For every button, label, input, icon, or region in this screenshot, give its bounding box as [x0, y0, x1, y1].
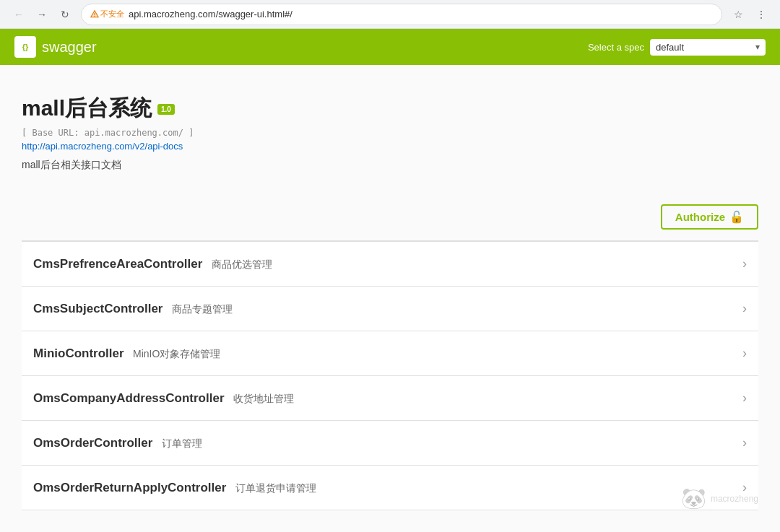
swagger-logo: {} swagger: [14, 36, 97, 58]
spec-select-wrapper: default: [650, 39, 766, 56]
swagger-header: {} swagger Select a spec default: [0, 29, 780, 65]
controller-desc: MinIO对象存储管理: [133, 348, 220, 359]
url-text: api.macrozheng.com/swagger-ui.html#/: [129, 9, 713, 19]
controller-item[interactable]: CmsPrefrenceAreaController 商品优选管理 ›: [22, 241, 758, 287]
chevron-right-icon: ›: [742, 480, 747, 495]
controller-name: MinioController: [33, 346, 124, 360]
api-description: mall后台相关接口文档: [22, 159, 758, 172]
controller-info: MinioController MinIO对象存储管理: [33, 346, 220, 361]
api-title: mall后台系统: [22, 94, 152, 123]
lock-icon: 🔓: [729, 210, 744, 224]
controller-name: OmsCompanyAddressController: [33, 391, 225, 405]
main-content: mall后台系统 1.0 [ Base URL: api.macrozheng.…: [7, 65, 773, 510]
chevron-right-icon: ›: [742, 346, 747, 361]
controller-info: CmsSubjectController 商品专题管理: [33, 302, 233, 316]
controller-item[interactable]: OmsOrderController 订单管理 ›: [22, 421, 758, 466]
chevron-right-icon: ›: [742, 301, 747, 316]
swagger-logo-text: swagger: [42, 39, 97, 56]
controller-item[interactable]: MinioController MinIO对象存储管理 ›: [22, 331, 758, 376]
chevron-right-icon: ›: [742, 391, 747, 406]
api-info: mall后台系统 1.0 [ Base URL: api.macrozheng.…: [22, 79, 758, 193]
controller-desc: 商品专题管理: [172, 303, 233, 315]
api-base-url: [ Base URL: api.macrozheng.com/ ]: [22, 128, 758, 138]
back-button[interactable]: ←: [9, 4, 29, 25]
nav-buttons: ← → ↻: [9, 4, 75, 25]
chevron-right-icon: ›: [742, 435, 747, 450]
api-title-row: mall后台系统 1.0: [22, 94, 758, 123]
controller-name: OmsOrderReturnApplyController: [33, 481, 226, 494]
controller-item[interactable]: CmsSubjectController 商品专题管理 ›: [22, 287, 758, 331]
chevron-right-icon: ›: [742, 256, 747, 271]
insecure-badge: 不安全: [90, 9, 124, 19]
controller-desc: 收货地址管理: [233, 393, 294, 404]
svg-rect-0: [94, 13, 95, 15]
controllers-list: CmsPrefrenceAreaController 商品优选管理 › CmsS…: [22, 241, 758, 510]
controller-info: OmsOrderController 订单管理: [33, 436, 202, 450]
bookmark-button[interactable]: ☆: [728, 4, 748, 25]
controller-desc: 商品优选管理: [212, 258, 272, 270]
controller-desc: 订单管理: [162, 437, 202, 449]
controller-item[interactable]: OmsOrderReturnApplyController 订单退货申请管理 ›: [22, 466, 758, 510]
controller-info: CmsPrefrenceAreaController 商品优选管理: [33, 257, 272, 271]
authorize-button-label: Authorize: [675, 211, 725, 223]
address-bar[interactable]: 不安全 api.macrozheng.com/swagger-ui.html#/: [81, 4, 722, 25]
browser-chrome: ← → ↻ 不安全 api.macrozheng.com/swagger-ui.…: [0, 0, 780, 29]
svg-rect-1: [94, 15, 95, 16]
swagger-logo-icon: {}: [14, 36, 36, 58]
api-docs-link[interactable]: http://api.macrozheng.com/v2/api-docs: [22, 141, 758, 152]
forward-button[interactable]: →: [32, 4, 52, 25]
controller-info: OmsOrderReturnApplyController 订单退货申请管理: [33, 481, 316, 495]
controller-desc: 订单退货申请管理: [235, 482, 316, 494]
refresh-button[interactable]: ↻: [55, 4, 75, 25]
menu-button[interactable]: ⋮: [751, 4, 771, 25]
authorize-section: Authorize 🔓: [22, 193, 758, 241]
spec-label: Select a spec: [588, 42, 644, 53]
controller-name: CmsSubjectController: [33, 302, 162, 315]
controller-name: CmsPrefrenceAreaController: [33, 257, 202, 271]
spec-selector: Select a spec default: [588, 39, 766, 56]
controller-item[interactable]: OmsCompanyAddressController 收货地址管理 ›: [22, 376, 758, 421]
spec-select[interactable]: default: [650, 39, 766, 56]
browser-action-buttons: ☆ ⋮: [728, 4, 771, 25]
controller-name: OmsOrderController: [33, 436, 152, 450]
authorize-button[interactable]: Authorize 🔓: [661, 204, 758, 230]
controller-info: OmsCompanyAddressController 收货地址管理: [33, 391, 294, 406]
api-version-badge: 1.0: [157, 104, 175, 115]
